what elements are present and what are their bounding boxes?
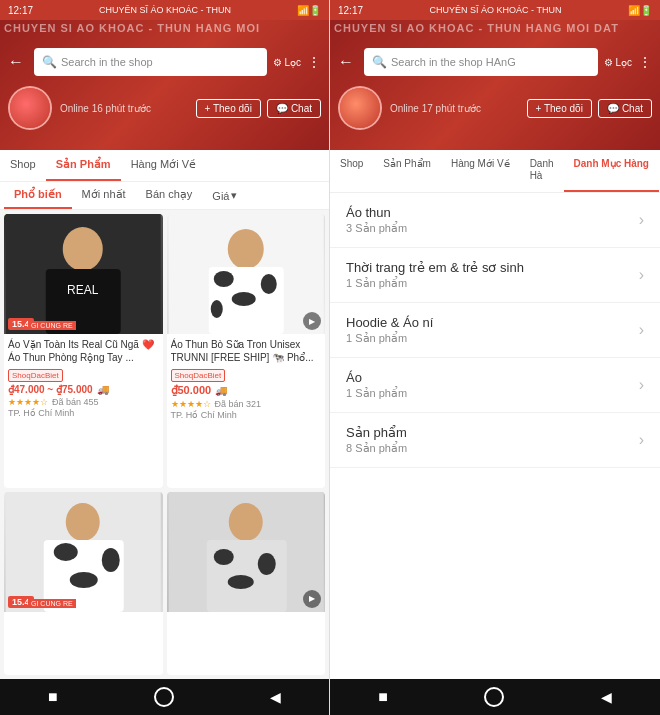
right-tab-hang-moi-ve[interactable]: Hàng Mới Về	[441, 150, 520, 192]
left-product-4-img	[167, 492, 326, 612]
left-follow-button[interactable]: + Theo dõi	[196, 99, 261, 118]
left-avatar-inner	[10, 88, 50, 128]
right-more-button[interactable]: ⋮	[638, 54, 652, 70]
right-category-san-pham-name: Sản phẩm	[346, 425, 407, 440]
left-product-2-tag: ShoqDacBiet	[171, 369, 226, 382]
right-filter-button[interactable]: ⚙ Lọc	[604, 57, 632, 68]
right-back-button[interactable]: ←	[338, 53, 354, 71]
svg-point-18	[228, 503, 262, 541]
right-chat-button[interactable]: 💬 Chat	[598, 99, 652, 118]
svg-point-21	[257, 553, 275, 575]
right-filter-label: Lọc	[615, 57, 632, 68]
left-nav-square[interactable]: ■	[48, 688, 58, 706]
right-tab-san-pham[interactable]: Sản Phẩm	[373, 150, 441, 192]
left-filter-gia[interactable]: Giá ▾	[202, 182, 247, 209]
right-phone-panel: 12:17 CHUYÊN SĨ ÁO KHOÁC - THUN 📶🔋 CHUYE…	[330, 0, 660, 715]
right-banner-bg	[330, 20, 660, 150]
left-product-2-price: ₫50.000 🚚	[171, 384, 322, 397]
svg-point-16	[70, 572, 98, 588]
svg-point-12	[66, 503, 100, 541]
right-top-banner: CHUYEN SI AO KHOAC - THUN HANG MOI DAT ←…	[330, 20, 660, 150]
left-search-text: Search in the shop	[61, 56, 153, 68]
right-nav-circle[interactable]	[484, 687, 504, 707]
right-follow-button[interactable]: + Theo dõi	[527, 99, 592, 118]
right-category-thoi-trang-count: 1 Sản phẩm	[346, 277, 524, 290]
left-nav-circle[interactable]	[154, 687, 174, 707]
left-tab-hang-moi-ve[interactable]: Hàng Mới Về	[121, 150, 206, 181]
left-price-chevron: ▾	[231, 189, 237, 202]
left-product-1-image: REAL 15.4 GI CUNG RE	[4, 214, 163, 334]
left-chat-button[interactable]: 💬 Chat	[267, 99, 321, 118]
left-product-2-ship: 🚚	[215, 385, 227, 396]
left-product-3-badge-gi: GI CUNG RE	[28, 599, 76, 608]
right-nav-tabs: Shop Sản Phẩm Hàng Mới Về DanhHà Danh Mụ…	[330, 150, 660, 193]
left-product-2-image: ▶	[167, 214, 326, 334]
right-tab-danh-muc-hang[interactable]: Danh Mục Hàng	[564, 150, 659, 192]
right-filter-icon: ⚙	[604, 57, 613, 68]
right-search-box[interactable]: 🔍 Search in the shop HAnG	[364, 48, 598, 76]
right-category-hoodie-count: 1 Sản phẩm	[346, 332, 433, 345]
right-category-san-pham-chevron: ›	[639, 431, 644, 449]
left-search-box[interactable]: 🔍 Search in the shop	[34, 48, 267, 76]
left-more-button[interactable]: ⋮	[307, 54, 321, 70]
svg-point-20	[213, 549, 233, 565]
right-category-san-pham[interactable]: Sản phẩm 8 Sản phẩm ›	[330, 413, 660, 468]
left-product-1-info: Áo Vặn Toàn Its Real Cũ Ngã ❤️Áo Thun Ph…	[4, 334, 163, 422]
right-category-ao-thun-info: Áo thun 3 Sản phẩm	[346, 205, 407, 235]
left-product-2-video: ▶	[303, 312, 321, 330]
right-shop-info: Online 17 phút trước + Theo dõi 💬 Chat	[338, 86, 652, 130]
left-product-2[interactable]: ▶ Áo Thun Bò Sữa Tron Unisex TRUNNI [FRE…	[167, 214, 326, 488]
svg-text:REAL: REAL	[67, 283, 99, 297]
left-filter-ban-chay[interactable]: Bán chạy	[136, 182, 203, 209]
right-tab-danh[interactable]: DanhHà	[520, 150, 564, 192]
right-time: 12:17	[338, 5, 363, 16]
left-product-1-tag: ShoqDacBiet	[8, 369, 63, 382]
left-product-2-info: Áo Thun Bò Sữa Tron Unisex TRUNNI [FREE …	[167, 334, 326, 424]
svg-point-8	[260, 274, 276, 294]
left-product-1-price: ₫47.000 ~ ₫75.000 🚚	[8, 384, 159, 395]
left-tab-shop[interactable]: Shop	[0, 150, 46, 181]
right-category-hoodie[interactable]: Hoodie & Áo ní 1 Sản phẩm ›	[330, 303, 660, 358]
left-back-button[interactable]: ←	[8, 53, 24, 71]
left-tab-san-pham[interactable]: Sản Phẩm	[46, 150, 121, 181]
right-bottom-nav: ■ ◀	[330, 679, 660, 715]
left-product-3[interactable]: 15.4 GI CUNG RE	[4, 492, 163, 676]
right-chat-icon: 💬	[607, 103, 619, 114]
right-search-text: Search in the shop HAnG	[391, 56, 516, 68]
left-filter-moi-nhat[interactable]: Mới nhất	[72, 182, 136, 209]
left-product-2-name: Áo Thun Bò Sữa Tron Unisex TRUNNI [FREE …	[171, 338, 322, 364]
left-banner-bg	[0, 20, 329, 150]
left-shop-online: Online 16 phút trước	[60, 103, 188, 114]
right-status-bar: 12:17 CHUYÊN SĨ ÁO KHOÁC - THUN 📶🔋	[330, 0, 660, 20]
left-carrier: CHUYÊN SĨ ÁO KHOÁC - THUN	[99, 5, 231, 15]
right-category-ao-thun[interactable]: Áo thun 3 Sản phẩm ›	[330, 193, 660, 248]
left-time: 12:17	[8, 5, 33, 16]
left-filter-button[interactable]: ⚙ Lọc	[273, 57, 301, 68]
svg-point-10	[210, 300, 222, 318]
right-nav-square[interactable]: ■	[378, 688, 388, 706]
left-product-1-ship: 🚚	[97, 384, 109, 395]
right-nav-back[interactable]: ◀	[601, 689, 612, 705]
right-category-san-pham-count: 8 Sản phẩm	[346, 442, 407, 455]
left-product-1-price-text: ₫47.000 ~ ₫75.000	[8, 384, 93, 395]
left-nav-back[interactable]: ◀	[270, 689, 281, 705]
right-category-thoi-trang[interactable]: Thời trang trẻ em & trẻ sơ sinh 1 Sản ph…	[330, 248, 660, 303]
right-category-san-pham-info: Sản phẩm 8 Sản phẩm	[346, 425, 407, 455]
left-top-banner: CHUYEN SI AO KHOAC - THUN HANG MOI ← 🔍 S…	[0, 20, 329, 150]
left-product-2-location: TP. Hồ Chí Minh	[171, 410, 322, 420]
left-product-3-image: 15.4 GI CUNG RE	[4, 492, 163, 612]
left-product-1[interactable]: REAL 15.4 GI CUNG RE Áo Vặn Toàn Its Rea…	[4, 214, 163, 488]
left-product-2-sold: Đã bán 321	[215, 399, 262, 409]
svg-point-5	[227, 229, 263, 269]
left-product-4-image: ▶	[167, 492, 326, 612]
left-product-4[interactable]: ▶	[167, 492, 326, 676]
left-product-1-badge-gi: GI CUNG RE	[28, 321, 76, 330]
left-product-2-img	[167, 214, 326, 334]
left-filter-tabs: Phổ biến Mới nhất Bán chạy Giá ▾	[0, 182, 329, 210]
right-category-ao[interactable]: Áo 1 Sản phẩm ›	[330, 358, 660, 413]
right-category-ao-name: Áo	[346, 370, 407, 385]
right-tab-shop[interactable]: Shop	[330, 150, 373, 192]
left-filter-pho-bien[interactable]: Phổ biến	[4, 182, 72, 209]
left-chat-label: Chat	[291, 103, 312, 114]
svg-point-7	[213, 271, 233, 287]
